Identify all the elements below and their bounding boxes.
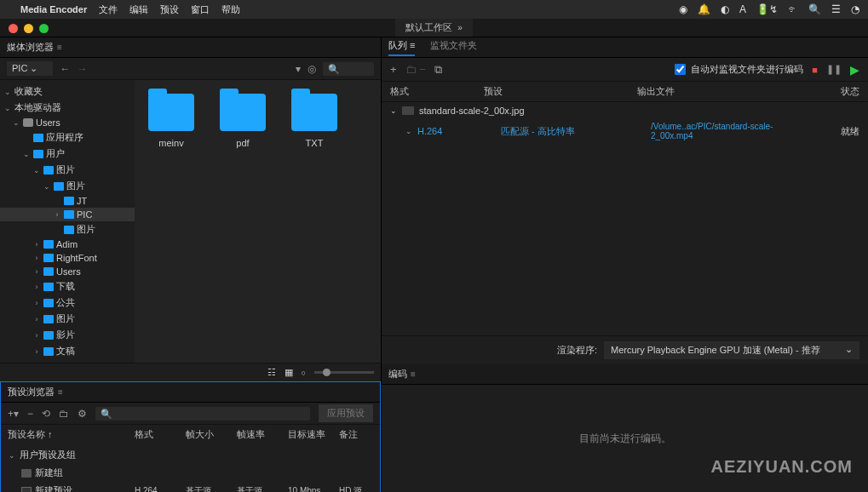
tree-arrow-icon[interactable]: [43, 182, 51, 191]
tree-arrow-icon[interactable]: [32, 315, 41, 323]
tree-arrow-icon[interactable]: [32, 283, 41, 291]
tree-row[interactable]: 应用程序: [0, 129, 135, 146]
clock-icon[interactable]: ◔: [851, 3, 859, 15]
folder-txt[interactable]: TXT: [291, 94, 337, 148]
tree-favorites[interactable]: 收藏夹: [0, 83, 135, 100]
add-source-icon[interactable]: +: [390, 63, 397, 76]
menu-window[interactable]: 窗口: [191, 3, 210, 16]
wifi-icon[interactable]: ᯤ: [788, 3, 798, 15]
tab-queue[interactable]: 队列 ≡: [388, 39, 415, 56]
tree-arrow-icon[interactable]: [32, 267, 41, 276]
forward-icon[interactable]: →: [77, 63, 87, 75]
menu-preset[interactable]: 预设: [160, 3, 179, 16]
tree-row[interactable]: Users: [0, 265, 135, 278]
header-comment[interactable]: 备注: [339, 428, 373, 441]
remove-preset-icon[interactable]: −: [27, 408, 33, 420]
battery-icon[interactable]: 🔋↯: [756, 3, 778, 15]
tree-row[interactable]: 文稿: [0, 343, 135, 359]
notification-icon[interactable]: 🔔: [698, 3, 710, 15]
auto-encode-check[interactable]: 自动对监视文件夹进行编码: [675, 63, 803, 76]
menu-help[interactable]: 帮助: [221, 3, 240, 16]
close-button[interactable]: [9, 24, 18, 33]
search-icon[interactable]: 🔍: [808, 3, 821, 15]
tree-row[interactable]: JT: [0, 194, 135, 208]
tab-watch-folders[interactable]: 监视文件夹: [430, 39, 477, 56]
header-format[interactable]: 格式: [390, 85, 484, 98]
workspace-tab-default[interactable]: 默认工作区: [395, 19, 473, 37]
tree-arrow-icon[interactable]: [32, 347, 41, 356]
start-queue-button[interactable]: ▶: [850, 63, 859, 77]
preset-user-group[interactable]: 用户预设及组: [1, 446, 380, 464]
auto-encode-checkbox[interactable]: [675, 64, 686, 75]
folder-pdf[interactable]: pdf: [220, 94, 266, 148]
input-icon[interactable]: A: [739, 3, 746, 15]
apply-preset-button[interactable]: 应用预设: [319, 404, 373, 422]
header-status[interactable]: 状态: [791, 85, 859, 98]
header-framesize[interactable]: 帧大小: [186, 428, 233, 441]
tree-arrow-icon[interactable]: [22, 150, 31, 158]
maximize-button[interactable]: [39, 24, 49, 33]
queue-body[interactable]: ⌄ standard-scale-2_00x.jpg ⌄ H.264 匹配源 -…: [382, 102, 868, 335]
tree-arrow-icon[interactable]: [53, 210, 61, 219]
thumb-view-icon[interactable]: ▦: [285, 367, 293, 378]
remove-source-icon[interactable]: 🗀 −: [405, 63, 426, 76]
tree-row[interactable]: 公共: [0, 295, 135, 311]
back-icon[interactable]: ←: [60, 63, 70, 75]
tree-arrow-icon[interactable]: [32, 240, 41, 249]
output-format[interactable]: H.264: [417, 126, 496, 136]
sync-icon[interactable]: ⟲: [42, 408, 50, 420]
header-format[interactable]: 格式: [135, 428, 182, 441]
control-center-icon[interactable]: ☰: [831, 3, 841, 15]
minimize-button[interactable]: [24, 24, 33, 33]
tree-row[interactable]: 图片: [0, 162, 135, 178]
output-path[interactable]: /Volume..ac/PIC/standard-scale-2_00x.mp4: [651, 122, 803, 140]
pause-button[interactable]: ❚❚: [826, 64, 842, 75]
tree-row[interactable]: 图片: [0, 221, 135, 237]
zoom-slider[interactable]: [314, 371, 374, 374]
tree-row[interactable]: Users: [0, 116, 135, 129]
preset-search-input[interactable]: [95, 407, 310, 420]
tree-row[interactable]: RightFont: [0, 251, 135, 265]
duplicate-icon[interactable]: ⧉: [434, 63, 442, 77]
filter-icon[interactable]: ▾: [296, 63, 301, 75]
zoom-out-icon[interactable]: ○: [302, 369, 306, 377]
header-preset[interactable]: 预设: [484, 85, 637, 98]
menu-file[interactable]: 文件: [99, 3, 118, 16]
tree-arrow-icon[interactable]: [32, 331, 41, 340]
list-view-icon[interactable]: ☷: [267, 367, 276, 378]
header-targetrate[interactable]: 目标速率: [288, 428, 336, 441]
menu-edit[interactable]: 编辑: [129, 3, 148, 16]
path-select[interactable]: PIC ⌄: [7, 61, 53, 76]
tree-row[interactable]: 下载: [0, 278, 135, 295]
preset-new-group[interactable]: 新建组: [1, 464, 380, 482]
stop-button[interactable]: ■: [812, 65, 818, 75]
tree-row[interactable]: Adim: [0, 237, 135, 251]
new-group-icon[interactable]: 🗀: [59, 408, 69, 420]
tree-arrow-icon[interactable]: [32, 254, 41, 262]
output-preset[interactable]: 匹配源 - 高比特率: [501, 125, 646, 138]
media-content[interactable]: meinv pdf TXT: [135, 80, 381, 363]
tree-row[interactable]: 图片: [0, 178, 135, 194]
queue-output-row[interactable]: ⌄ H.264 匹配源 - 高比特率 /Volume..ac/PIC/stand…: [382, 119, 868, 143]
tree-row[interactable]: PIC: [0, 208, 135, 221]
tree-arrow-icon[interactable]: [12, 118, 20, 127]
status-icon[interactable]: ◉: [679, 3, 687, 15]
tree-local-drives[interactable]: 本地驱动器: [0, 100, 135, 116]
folder-meinv[interactable]: meinv: [148, 94, 194, 148]
tree-arrow-icon[interactable]: [32, 166, 41, 174]
tree-row[interactable]: 影片: [0, 327, 135, 343]
preset-new-preset[interactable]: 新建预设 H.264 基于源 基于源 10 Mbps HD 源: [1, 482, 380, 492]
expand-icon[interactable]: ⌄: [405, 127, 412, 135]
expand-icon[interactable]: ⌄: [390, 106, 397, 115]
queue-source-row[interactable]: ⌄ standard-scale-2_00x.jpg: [382, 102, 868, 119]
renderer-select[interactable]: Mercury Playback Engine GPU 加速 (Metal) -…: [604, 341, 859, 359]
ingest-icon[interactable]: ◎: [308, 63, 316, 75]
add-preset-icon[interactable]: +▾: [8, 408, 19, 420]
media-search-input[interactable]: [323, 62, 374, 76]
tree-row[interactable]: 图片: [0, 311, 135, 327]
app-name[interactable]: Media Encoder: [20, 4, 87, 14]
tree-arrow-icon[interactable]: [32, 299, 41, 307]
header-framerate[interactable]: 帧速率: [237, 428, 285, 441]
header-output[interactable]: 输出文件: [637, 85, 791, 98]
header-name[interactable]: 预设名称 ↑: [8, 428, 131, 441]
